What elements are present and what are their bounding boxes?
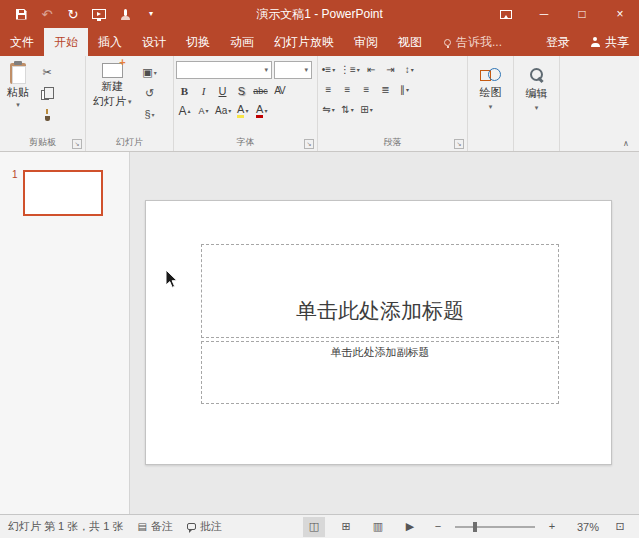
subtitle-placeholder[interactable]: 单击此处添加副标题 (201, 341, 559, 404)
align-text-dropdown-icon: ▾ (351, 106, 354, 113)
save-button[interactable] (8, 0, 34, 28)
touch-mode-icon (120, 9, 131, 20)
font-color-button[interactable]: A▾ (253, 102, 270, 119)
tab-transitions[interactable]: 切换 (176, 28, 220, 56)
ribbon-display-options-icon (500, 10, 512, 19)
increase-indent-button[interactable]: ⇥ (382, 61, 399, 78)
justify-button[interactable]: ≣ (377, 81, 394, 98)
sign-in-button[interactable]: 登录 (536, 28, 580, 56)
text-shadow-button[interactable]: S (233, 82, 250, 99)
line-spacing-icon: ↕ (405, 65, 410, 75)
tab-design[interactable]: 设计 (132, 28, 176, 56)
tab-review[interactable]: 审阅 (344, 28, 388, 56)
comments-button[interactable]: 批注 (187, 519, 222, 534)
minimize-button[interactable]: ─ (525, 0, 563, 28)
paste-button[interactable]: 粘贴 ▾ (2, 59, 34, 125)
character-spacing-button[interactable]: AV (271, 82, 288, 99)
columns-button[interactable]: ∥▾ (396, 81, 413, 98)
strikethrough-button[interactable]: abc (252, 82, 269, 99)
change-case-dropdown-icon: ▾ (228, 107, 231, 114)
grow-font-button[interactable]: A▴ (176, 102, 193, 119)
tab-file[interactable]: 文件 (0, 28, 44, 56)
share-button[interactable]: 共享 (580, 28, 639, 56)
align-left-button[interactable]: ≡ (320, 81, 337, 98)
customize-qat-button[interactable]: ▾ (138, 0, 164, 28)
tell-me-search[interactable]: 告诉我... (436, 28, 510, 56)
font-name-select[interactable]: ▾ (176, 61, 272, 79)
format-painter-button[interactable] (36, 106, 58, 123)
normal-view-button[interactable]: ◫ (303, 517, 325, 537)
slide-thumbnail-item[interactable]: 1 (0, 170, 129, 216)
paste-icon (10, 63, 26, 84)
tab-home[interactable]: 开始 (44, 28, 88, 56)
redo-icon: ↻ (68, 8, 79, 21)
layout-button[interactable]: ▣▾ (139, 64, 161, 81)
numbering-dropdown-icon: ▾ (357, 66, 360, 73)
copy-button[interactable]: ▾ (36, 85, 58, 102)
slide[interactable]: 单击此处添加标题 单击此处添加副标题 (145, 200, 612, 465)
workspace: 1 单击此处添加标题 单击此处添加副标题 (0, 152, 639, 514)
slide-editing-area: 单击此处添加标题 单击此处添加副标题 (130, 152, 639, 514)
align-right-button[interactable]: ≡ (358, 81, 375, 98)
cut-button[interactable]: ✂ (36, 64, 58, 81)
slide-sorter-icon: ⊞ (341, 521, 350, 532)
ribbon-display-options-button[interactable] (487, 0, 525, 28)
close-button[interactable]: × (601, 0, 639, 28)
slides-group: 新建 幻灯片▾ ▣▾ ↺ §▾ 幻灯片 (86, 56, 174, 151)
comments-icon (187, 523, 196, 530)
zoom-slider[interactable] (455, 521, 535, 533)
bold-button[interactable]: B (176, 82, 193, 99)
numbering-icon: ⋮≡ (340, 65, 356, 75)
paragraph-dialog-launcher[interactable]: ↘ (454, 139, 464, 149)
text-direction-button[interactable]: ⇋▾ (320, 101, 337, 118)
collapse-ribbon-button[interactable]: ∧ (619, 138, 633, 150)
decrease-indent-button[interactable]: ⇤ (363, 61, 380, 78)
title-placeholder[interactable]: 单击此处添加标题 (201, 244, 559, 338)
zoom-in-button[interactable]: + (545, 521, 559, 532)
touch-mode-button[interactable] (112, 0, 138, 28)
zoom-slider-thumb[interactable] (473, 522, 477, 532)
underline-button[interactable]: U (214, 82, 231, 99)
new-slide-button[interactable]: 新建 幻灯片▾ (88, 59, 137, 125)
reset-button[interactable]: ↺ (139, 85, 161, 102)
smartart-icon: ⊞ (360, 105, 368, 115)
slide-1-thumbnail[interactable] (23, 170, 103, 216)
zoom-level[interactable]: 37% (569, 521, 599, 533)
notes-button[interactable]: ▤备注 (138, 519, 173, 534)
comments-label: 批注 (200, 519, 222, 534)
convert-smartart-button[interactable]: ⊞▾ (358, 101, 375, 118)
section-icon: § (144, 109, 150, 120)
slideshow-view-button[interactable]: ▶ (399, 517, 421, 537)
numbering-button[interactable]: ⋮≡▾ (339, 61, 361, 78)
font-dialog-launcher[interactable]: ↘ (304, 139, 314, 149)
bullets-button[interactable]: •≡▾ (320, 61, 337, 78)
slide-sorter-view-button[interactable]: ⊞ (335, 517, 357, 537)
clipboard-dialog-launcher[interactable]: ↘ (72, 139, 82, 149)
zoom-in-icon: + (549, 521, 555, 532)
undo-button[interactable]: ↶ (34, 0, 60, 28)
align-text-button[interactable]: ⇅▾ (339, 101, 356, 118)
font-name-dropdown-icon: ▾ (264, 66, 268, 74)
font-size-select[interactable]: ▾ (274, 61, 312, 79)
reading-view-button[interactable]: ▥ (367, 517, 389, 537)
redo-button[interactable]: ↻ (60, 0, 86, 28)
save-icon (16, 9, 27, 20)
align-center-button[interactable]: ≡ (339, 81, 356, 98)
italic-button[interactable]: I (195, 82, 212, 99)
slide-thumbnail-panel: 1 (0, 152, 130, 514)
tab-view[interactable]: 视图 (388, 28, 432, 56)
highlight-color-button[interactable]: A▾ (234, 102, 251, 119)
start-slideshow-button[interactable] (86, 0, 112, 28)
section-button[interactable]: §▾ (139, 106, 161, 123)
line-spacing-button[interactable]: ↕▾ (401, 61, 418, 78)
editing-menu-button[interactable]: 编辑 ▾ (516, 59, 557, 148)
change-case-button[interactable]: Aa▾ (214, 102, 232, 119)
tab-animations[interactable]: 动画 (220, 28, 264, 56)
drawing-menu-button[interactable]: 绘图 ▾ (470, 59, 511, 148)
maximize-button[interactable]: □ (563, 0, 601, 28)
tab-slide-show[interactable]: 幻灯片放映 (264, 28, 344, 56)
tab-insert[interactable]: 插入 (88, 28, 132, 56)
zoom-out-button[interactable]: − (431, 521, 445, 532)
fit-to-window-button[interactable]: ⊡ (609, 517, 631, 537)
shrink-font-button[interactable]: A▾ (195, 102, 212, 119)
